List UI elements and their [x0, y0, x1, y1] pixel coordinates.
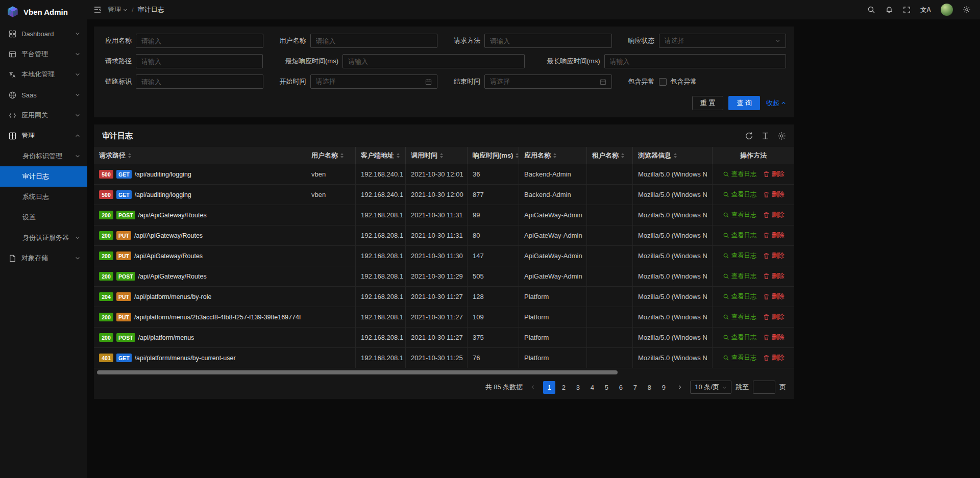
view-log-button[interactable]: 查看日志	[723, 170, 757, 179]
sidebar-item-management[interactable]: 管理	[0, 125, 87, 146]
app-name-input[interactable]	[136, 34, 263, 48]
min-response-time-input[interactable]	[342, 54, 525, 68]
sidebar-item-saas[interactable]: Saas	[0, 85, 87, 105]
sidebar-item-system-log[interactable]: 系统日志	[0, 187, 87, 207]
collapse-link[interactable]: 收起	[766, 98, 786, 108]
sidebar-item-platform[interactable]: 平台管理	[0, 44, 87, 64]
sort-caret-icon[interactable]	[621, 153, 624, 158]
end-time-datepicker[interactable]: 请选择	[484, 74, 612, 89]
view-log-button[interactable]: 查看日志	[723, 354, 757, 362]
sidebar-item-auth-server[interactable]: 身份认证服务器	[0, 228, 87, 248]
page-button-6[interactable]: 6	[615, 381, 627, 394]
request-method-input[interactable]	[484, 34, 612, 48]
search-button[interactable]: 查 询	[728, 96, 760, 110]
delete-button[interactable]: 删除	[763, 354, 785, 362]
menu-fold-icon[interactable]	[93, 6, 102, 14]
include-exception-checkbox[interactable]	[659, 78, 667, 86]
fullscreen-icon[interactable]	[903, 6, 911, 14]
field-app-name: 应用名称	[102, 34, 263, 48]
view-log-button[interactable]: 查看日志	[723, 272, 757, 281]
page-button-1[interactable]: 1	[543, 381, 555, 394]
breadcrumb-root[interactable]: 管理	[108, 5, 128, 14]
column-settings-gear-icon[interactable]	[777, 132, 786, 140]
delete-button[interactable]: 删除	[763, 333, 785, 342]
page-size-select[interactable]: 10 条/页	[690, 381, 731, 394]
sort-caret-icon[interactable]	[674, 153, 677, 158]
column-header-app-name[interactable]: 应用名称	[519, 147, 587, 164]
delete-button[interactable]: 删除	[763, 211, 785, 219]
sidebar-item-audit-log[interactable]: 审计日志	[0, 166, 87, 187]
request-path-input[interactable]	[136, 54, 263, 68]
column-header-user-name[interactable]: 用户名称	[306, 147, 356, 164]
cell-user-name: vben	[306, 185, 356, 205]
cell-call-time: 2021-10-30 11:31	[406, 225, 468, 246]
settings-gear-icon[interactable]	[963, 6, 971, 14]
sort-caret-icon[interactable]	[128, 153, 131, 158]
sort-caret-icon[interactable]	[516, 153, 519, 158]
cell-browser-info: Mozilla/5.0 (Windows NT 10.0; Win	[633, 205, 713, 225]
pagination-prev-button[interactable]	[527, 381, 539, 394]
sidebar-item-dashboard[interactable]: Dashboard	[0, 23, 87, 44]
delete-button[interactable]: 删除	[763, 231, 785, 240]
refresh-icon[interactable]	[745, 132, 753, 140]
start-time-datepicker[interactable]: 请选择	[310, 74, 438, 89]
column-header-response-time[interactable]: 响应时间(ms)	[468, 147, 519, 164]
view-log-button[interactable]: 查看日志	[723, 190, 757, 199]
view-log-button[interactable]: 查看日志	[723, 292, 757, 301]
max-response-time-input[interactable]	[604, 54, 787, 68]
sort-caret-icon[interactable]	[553, 153, 556, 158]
delete-button[interactable]: 删除	[763, 272, 785, 281]
notification-bell-icon[interactable]	[885, 6, 893, 14]
cell-app-name: ApiGateWay-Admin	[519, 266, 587, 287]
cell-browser-info: Mozilla/5.0 (Windows NT 10.0; Win	[633, 287, 713, 307]
delete-button[interactable]: 删除	[763, 251, 785, 260]
pagination-next-button[interactable]	[674, 381, 686, 394]
view-log-button[interactable]: 查看日志	[723, 251, 757, 260]
page-button-2[interactable]: 2	[557, 381, 570, 394]
sidebar-item-app-gateway[interactable]: 应用网关	[0, 105, 87, 125]
view-log-button[interactable]: 查看日志	[723, 211, 757, 219]
column-header-request-path[interactable]: 请求路径	[94, 147, 306, 164]
status-badge: 200	[99, 333, 113, 342]
view-log-button[interactable]: 查看日志	[723, 231, 757, 240]
response-status-select[interactable]: 请选择	[659, 34, 787, 48]
page-button-7[interactable]: 7	[629, 381, 641, 394]
sort-caret-icon[interactable]	[397, 153, 400, 158]
column-header-tenant-name[interactable]: 租户名称	[587, 147, 633, 164]
page-button-5[interactable]: 5	[600, 381, 612, 394]
translate-icon[interactable]: 文A	[920, 6, 931, 14]
delete-button[interactable]: 删除	[763, 313, 785, 321]
collapse-label: 收起	[766, 98, 779, 108]
cell-tenant-name	[587, 246, 633, 266]
page-button-9[interactable]: 9	[657, 381, 670, 394]
jump-page-input[interactable]	[753, 381, 775, 394]
column-header-client-address[interactable]: 客户端地址	[356, 147, 406, 164]
sidebar-item-identity-management[interactable]: 身份标识管理	[0, 146, 87, 166]
sidebar-item-object-storage[interactable]: 对象存储	[0, 248, 87, 268]
datepicker-placeholder: 请选择	[316, 77, 336, 86]
trace-id-input[interactable]	[136, 74, 263, 89]
avatar[interactable]	[941, 4, 953, 16]
delete-button[interactable]: 删除	[763, 190, 785, 199]
search-icon[interactable]	[867, 6, 875, 14]
logo[interactable]: Vben Admin	[0, 0, 87, 23]
scrollbar-thumb[interactable]	[97, 370, 618, 374]
delete-button[interactable]: 删除	[763, 170, 785, 179]
column-header-call-time[interactable]: 调用时间	[406, 147, 468, 164]
sort-caret-icon[interactable]	[440, 153, 443, 158]
page-button-8[interactable]: 8	[643, 381, 655, 394]
view-log-button[interactable]: 查看日志	[723, 333, 757, 342]
cell-browser-info: Mozilla/5.0 (Windows NT 10.0; Win	[633, 328, 713, 348]
sort-caret-icon[interactable]	[340, 153, 344, 158]
view-log-button[interactable]: 查看日志	[723, 313, 757, 321]
user-name-input[interactable]	[310, 34, 438, 48]
sidebar-item-localization[interactable]: 本地化管理	[0, 64, 87, 85]
reset-button[interactable]: 重 置	[692, 96, 724, 110]
sidebar-item-settings[interactable]: 设置	[0, 207, 87, 228]
row-height-icon[interactable]	[761, 132, 770, 140]
column-header-browser-info[interactable]: 浏览器信息	[633, 147, 713, 164]
delete-button[interactable]: 删除	[763, 292, 785, 301]
chevron-down-icon	[123, 8, 128, 12]
page-button-3[interactable]: 3	[572, 381, 584, 394]
page-button-4[interactable]: 4	[586, 381, 598, 394]
